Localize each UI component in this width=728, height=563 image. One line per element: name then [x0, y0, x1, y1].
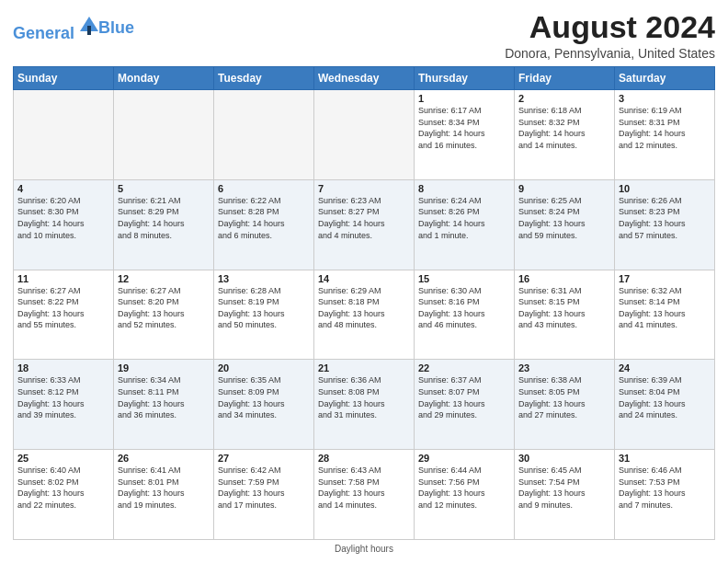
day-number: 7 — [318, 183, 410, 194]
day-info: Sunrise: 6:45 AM Sunset: 7:54 PM Dayligh… — [518, 465, 610, 511]
day-info: Sunrise: 6:29 AM Sunset: 8:18 PM Dayligh… — [318, 285, 410, 331]
calendar-week-2: 4Sunrise: 6:20 AM Sunset: 8:30 PM Daylig… — [14, 179, 715, 270]
day-number: 24 — [619, 362, 711, 373]
calendar-cell: 19Sunrise: 6:34 AM Sunset: 8:11 PM Dayli… — [114, 360, 214, 450]
calendar-cell: 9Sunrise: 6:25 AM Sunset: 8:24 PM Daylig… — [515, 179, 615, 270]
calendar-cell — [14, 90, 114, 180]
day-info: Sunrise: 6:24 AM Sunset: 8:26 PM Dayligh… — [418, 195, 510, 241]
calendar-week-4: 18Sunrise: 6:33 AM Sunset: 8:12 PM Dayli… — [14, 360, 715, 450]
header-thursday: Thursday — [415, 67, 515, 90]
day-number: 27 — [218, 453, 310, 464]
calendar-cell: 12Sunrise: 6:27 AM Sunset: 8:20 PM Dayli… — [114, 270, 214, 360]
day-info: Sunrise: 6:46 AM Sunset: 7:53 PM Dayligh… — [619, 465, 711, 511]
calendar-cell: 1Sunrise: 6:17 AM Sunset: 8:34 PM Daylig… — [415, 90, 515, 180]
calendar-cell: 23Sunrise: 6:38 AM Sunset: 8:05 PM Dayli… — [515, 360, 615, 450]
day-info: Sunrise: 6:33 AM Sunset: 8:12 PM Dayligh… — [17, 374, 109, 420]
day-number: 9 — [518, 183, 610, 194]
calendar-cell: 5Sunrise: 6:21 AM Sunset: 8:29 PM Daylig… — [114, 179, 214, 270]
day-number: 31 — [619, 453, 711, 464]
day-number: 14 — [318, 273, 410, 284]
calendar-cell: 14Sunrise: 6:29 AM Sunset: 8:18 PM Dayli… — [314, 270, 415, 360]
day-info: Sunrise: 6:25 AM Sunset: 8:24 PM Dayligh… — [518, 195, 610, 241]
calendar-cell: 29Sunrise: 6:44 AM Sunset: 7:56 PM Dayli… — [415, 450, 515, 540]
calendar-cell: 30Sunrise: 6:45 AM Sunset: 7:54 PM Dayli… — [515, 450, 615, 540]
header-friday: Friday — [515, 67, 615, 90]
header-wednesday: Wednesday — [314, 67, 415, 90]
day-info: Sunrise: 6:19 AM Sunset: 8:31 PM Dayligh… — [619, 105, 711, 151]
daylight-label: Daylight hours — [335, 544, 393, 554]
day-info: Sunrise: 6:18 AM Sunset: 8:32 PM Dayligh… — [518, 105, 610, 151]
calendar-table: Sunday Monday Tuesday Wednesday Thursday… — [13, 66, 715, 540]
page: General Blue August 2024 Donora, Pennsyl… — [0, 0, 728, 563]
header-monday: Monday — [114, 67, 214, 90]
day-info: Sunrise: 6:20 AM Sunset: 8:30 PM Dayligh… — [17, 195, 109, 241]
calendar-cell: 17Sunrise: 6:32 AM Sunset: 8:14 PM Dayli… — [615, 270, 715, 360]
day-number: 28 — [318, 453, 410, 464]
calendar-cell — [314, 90, 415, 180]
day-info: Sunrise: 6:31 AM Sunset: 8:15 PM Dayligh… — [518, 285, 610, 331]
day-info: Sunrise: 6:26 AM Sunset: 8:23 PM Dayligh… — [619, 195, 711, 241]
day-info: Sunrise: 6:27 AM Sunset: 8:22 PM Dayligh… — [17, 285, 109, 331]
day-info: Sunrise: 6:34 AM Sunset: 8:11 PM Dayligh… — [118, 374, 210, 420]
day-info: Sunrise: 6:39 AM Sunset: 8:04 PM Dayligh… — [619, 374, 711, 420]
footer: Daylight hours — [13, 544, 715, 554]
calendar-week-5: 25Sunrise: 6:40 AM Sunset: 8:02 PM Dayli… — [14, 450, 715, 540]
calendar-cell: 10Sunrise: 6:26 AM Sunset: 8:23 PM Dayli… — [615, 179, 715, 270]
day-number: 25 — [17, 453, 109, 464]
svg-rect-1 — [87, 26, 91, 35]
day-info: Sunrise: 6:32 AM Sunset: 8:14 PM Dayligh… — [619, 285, 711, 331]
day-number: 10 — [619, 183, 711, 194]
calendar-cell: 25Sunrise: 6:40 AM Sunset: 8:02 PM Dayli… — [14, 450, 114, 540]
day-number: 11 — [17, 273, 109, 284]
day-info: Sunrise: 6:43 AM Sunset: 7:58 PM Dayligh… — [318, 465, 410, 511]
day-info: Sunrise: 6:27 AM Sunset: 8:20 PM Dayligh… — [118, 285, 210, 331]
calendar-cell: 24Sunrise: 6:39 AM Sunset: 8:04 PM Dayli… — [615, 360, 715, 450]
calendar-cell: 8Sunrise: 6:24 AM Sunset: 8:26 PM Daylig… — [415, 179, 515, 270]
day-number: 16 — [518, 273, 610, 284]
day-info: Sunrise: 6:44 AM Sunset: 7:56 PM Dayligh… — [418, 465, 510, 511]
day-info: Sunrise: 6:37 AM Sunset: 8:07 PM Dayligh… — [418, 374, 510, 420]
calendar-cell: 26Sunrise: 6:41 AM Sunset: 8:01 PM Dayli… — [114, 450, 214, 540]
calendar-cell — [214, 90, 314, 180]
day-number: 6 — [218, 183, 310, 194]
calendar-cell: 31Sunrise: 6:46 AM Sunset: 7:53 PM Dayli… — [615, 450, 715, 540]
logo-blue-text: Blue — [98, 19, 134, 38]
calendar-cell: 16Sunrise: 6:31 AM Sunset: 8:15 PM Dayli… — [515, 270, 615, 360]
day-number: 21 — [318, 362, 410, 373]
day-number: 5 — [118, 183, 210, 194]
header-tuesday: Tuesday — [214, 67, 314, 90]
calendar-cell: 11Sunrise: 6:27 AM Sunset: 8:22 PM Dayli… — [14, 270, 114, 360]
calendar-cell: 28Sunrise: 6:43 AM Sunset: 7:58 PM Dayli… — [314, 450, 415, 540]
day-number: 29 — [418, 453, 510, 464]
day-number: 4 — [17, 183, 109, 194]
day-info: Sunrise: 6:22 AM Sunset: 8:28 PM Dayligh… — [218, 195, 310, 241]
day-number: 8 — [418, 183, 510, 194]
calendar-week-1: 1Sunrise: 6:17 AM Sunset: 8:34 PM Daylig… — [14, 90, 715, 180]
calendar-cell — [114, 90, 214, 180]
day-number: 30 — [518, 453, 610, 464]
calendar-cell: 15Sunrise: 6:30 AM Sunset: 8:16 PM Dayli… — [415, 270, 515, 360]
calendar-cell: 4Sunrise: 6:20 AM Sunset: 8:30 PM Daylig… — [14, 179, 114, 270]
calendar-cell: 20Sunrise: 6:35 AM Sunset: 8:09 PM Dayli… — [214, 360, 314, 450]
calendar-cell: 18Sunrise: 6:33 AM Sunset: 8:12 PM Dayli… — [14, 360, 114, 450]
day-number: 26 — [118, 453, 210, 464]
logo-text: General — [13, 13, 102, 43]
day-number: 15 — [418, 273, 510, 284]
day-number: 12 — [118, 273, 210, 284]
title-block: August 2024 Donora, Pennsylvania, United… — [505, 9, 715, 61]
day-number: 3 — [619, 93, 711, 104]
day-number: 20 — [218, 362, 310, 373]
calendar-cell: 3Sunrise: 6:19 AM Sunset: 8:31 PM Daylig… — [615, 90, 715, 180]
calendar-cell: 7Sunrise: 6:23 AM Sunset: 8:27 PM Daylig… — [314, 179, 415, 270]
day-info: Sunrise: 6:30 AM Sunset: 8:16 PM Dayligh… — [418, 285, 510, 331]
calendar-cell: 22Sunrise: 6:37 AM Sunset: 8:07 PM Dayli… — [415, 360, 515, 450]
day-info: Sunrise: 6:40 AM Sunset: 8:02 PM Dayligh… — [17, 465, 109, 511]
day-number: 23 — [518, 362, 610, 373]
calendar-cell: 21Sunrise: 6:36 AM Sunset: 8:08 PM Dayli… — [314, 360, 415, 450]
calendar-week-3: 11Sunrise: 6:27 AM Sunset: 8:22 PM Dayli… — [14, 270, 715, 360]
logo: General Blue — [13, 13, 134, 43]
day-info: Sunrise: 6:38 AM Sunset: 8:05 PM Dayligh… — [518, 374, 610, 420]
day-number: 1 — [418, 93, 510, 104]
header-sunday: Sunday — [14, 67, 114, 90]
day-number: 13 — [218, 273, 310, 284]
